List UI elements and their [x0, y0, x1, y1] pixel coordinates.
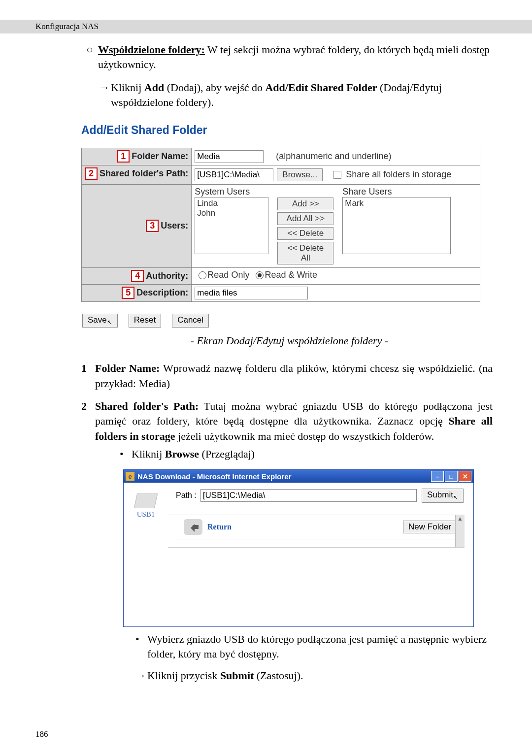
usb1-label[interactable]: USB1: [124, 510, 168, 519]
submit-button[interactable]: Submit↖: [422, 489, 464, 502]
figure-caption-1: - Ekran Dodaj/Edytuj współdzielone folde…: [81, 334, 498, 347]
after-bullet-2: → Kliknij przycisk Submit (Zastosuj).: [135, 668, 493, 683]
share-users-list[interactable]: Mark: [342, 197, 451, 254]
page-number: 186: [35, 729, 48, 739]
read-only-radio[interactable]: [199, 271, 206, 279]
step-5-badge: 5: [122, 287, 134, 299]
reset-button[interactable]: Reset: [129, 314, 161, 328]
share-all-checkbox[interactable]: [333, 171, 341, 179]
list-item-1: 1 Folder Name: Wprowadź nazwę folderu dl…: [81, 361, 493, 391]
step-1-badge: 1: [117, 150, 130, 163]
path-input[interactable]: [200, 489, 417, 502]
step-4-badge: 4: [131, 270, 144, 282]
folder-name-input[interactable]: [195, 150, 264, 163]
window-titlebar: e NAS Download - Microsoft Internet Expl…: [124, 470, 473, 483]
add-button[interactable]: Add >>: [277, 197, 333, 210]
breadcrumb: Konfiguracja NAS: [0, 20, 532, 33]
add-edit-shared-folder-panel: Add/Edit Shared Folder 1Folder Name: (al…: [81, 124, 493, 329]
system-users-heading: System Users: [195, 187, 268, 197]
delete-button[interactable]: << Delete: [277, 227, 333, 240]
shared-path-input[interactable]: [195, 168, 273, 181]
return-link[interactable]: Return: [207, 523, 232, 531]
step-3-badge: 3: [146, 220, 159, 232]
usb-icon[interactable]: [134, 493, 158, 508]
instruction-click-add: → Kliknij Add (Dodaj), aby wejść do Add/…: [98, 80, 493, 109]
close-button[interactable]: ✕: [459, 471, 471, 482]
maximize-button[interactable]: □: [445, 471, 458, 482]
return-icon[interactable]: [184, 519, 202, 535]
read-write-radio[interactable]: [256, 271, 264, 279]
new-folder-button[interactable]: New Folder: [403, 521, 457, 533]
path-label: Path :: [176, 491, 197, 500]
panel-title: Add/Edit Shared Folder: [81, 124, 493, 137]
bullet-shared-folders: ○ Współdzielone foldery: W tej sekcji mo…: [81, 42, 493, 71]
scrollbar[interactable]: ▲: [455, 515, 465, 547]
system-users-list[interactable]: Linda John: [195, 197, 268, 254]
list-item-2: 2 Shared folder's Path: Tutaj można wybr…: [81, 399, 493, 461]
save-button[interactable]: Save↖: [82, 314, 118, 328]
after-bullet-1: •Wybierz gniazdo USB do którego podłączo…: [135, 632, 493, 662]
cancel-button[interactable]: Cancel: [172, 314, 209, 328]
add-all-button[interactable]: Add All >>: [277, 212, 333, 225]
delete-all-button[interactable]: << Delete All: [277, 242, 333, 264]
share-all-label: Share all folders in storage: [346, 169, 451, 179]
description-input[interactable]: [195, 287, 308, 299]
nas-download-window: e NAS Download - Microsoft Internet Expl…: [123, 469, 474, 626]
minimize-button[interactable]: –: [431, 471, 444, 482]
browse-button[interactable]: Browse...: [277, 168, 323, 181]
ie-icon: e: [126, 472, 134, 481]
folder-name-hint: (alphanumeric and underline): [276, 151, 391, 161]
step-2-badge: 2: [85, 167, 98, 180]
share-users-heading: Share Users: [342, 187, 451, 197]
